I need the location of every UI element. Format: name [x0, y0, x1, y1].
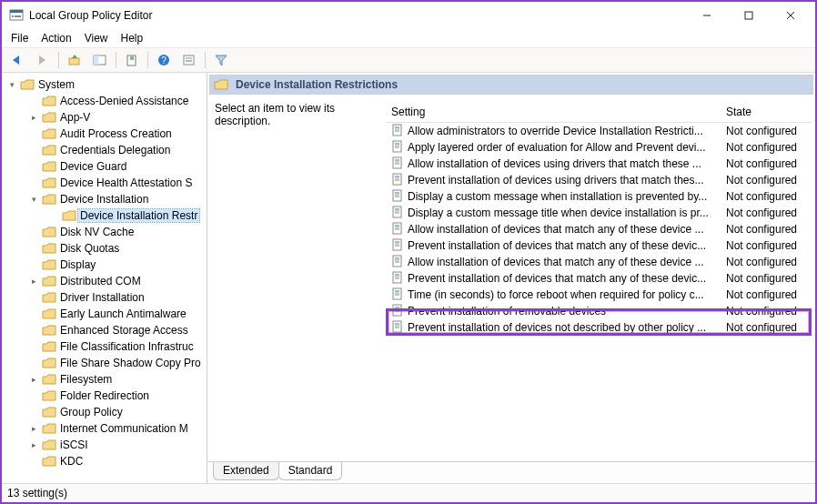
twisty-icon[interactable] [27, 176, 40, 189]
tree-item[interactable]: Audit Process Creation [5, 126, 207, 142]
tree-item[interactable]: File Share Shadow Copy Pro [5, 355, 207, 371]
settings-list: Setting State Allow administrators to ov… [386, 102, 812, 458]
twisty-icon[interactable] [27, 127, 40, 140]
twisty-icon[interactable] [27, 389, 40, 402]
svg-rect-17 [393, 125, 401, 136]
svg-rect-10 [94, 55, 98, 65]
twisty-icon[interactable]: ▸ [27, 111, 40, 124]
details-pane: Device Installation Restrictions Select … [207, 73, 815, 483]
tree-item[interactable]: ▸iSCSI [5, 437, 207, 453]
twisty-icon[interactable]: ▸ [27, 422, 40, 435]
twisty-icon[interactable] [27, 95, 40, 107]
tab-extended[interactable]: Extended [213, 462, 279, 480]
folder-icon [42, 422, 56, 435]
folder-icon [42, 176, 56, 189]
forward-button[interactable] [33, 50, 53, 70]
twisty-icon[interactable] [27, 307, 40, 320]
tree-item[interactable]: Early Launch Antimalware [5, 306, 207, 322]
twisty-icon[interactable] [27, 242, 40, 255]
twisty-icon[interactable]: ▸ [27, 275, 40, 287]
properties-icon[interactable] [179, 50, 199, 70]
tree-item-label: File Share Shadow Copy Pro [58, 357, 201, 369]
tree-item[interactable]: Group Policy [5, 404, 207, 420]
tree-item[interactable]: Device Health Attestation S [5, 175, 207, 191]
tree-root[interactable]: ▾ System [5, 76, 207, 93]
maximize-button[interactable] [728, 3, 770, 28]
twisty-icon[interactable]: ▾ [5, 78, 18, 91]
tree-item[interactable]: Folder Redirection [5, 388, 207, 404]
tree-item[interactable]: ▸Internet Communication M [5, 420, 207, 437]
tree-item[interactable]: Enhanced Storage Access [5, 322, 207, 338]
show-hide-console-tree-icon[interactable] [90, 50, 110, 70]
setting-name: Prevent installation of devices not desc… [408, 321, 715, 334]
filter-icon[interactable] [211, 50, 231, 70]
tree-item-label: Enhanced Storage Access [58, 324, 188, 337]
twisty-icon[interactable]: ▸ [27, 373, 40, 386]
menu-file[interactable]: File [11, 32, 28, 45]
folder-icon [42, 389, 56, 402]
column-state[interactable]: State [721, 102, 812, 122]
twisty-icon[interactable] [27, 406, 40, 418]
menu-action[interactable]: Action [41, 32, 71, 45]
tree-item-label: Distributed COM [58, 275, 141, 287]
twisty-icon[interactable] [27, 291, 40, 304]
tree-item[interactable]: Driver Installation [5, 289, 207, 306]
menu-help[interactable]: Help [121, 32, 144, 45]
twisty-icon[interactable] [27, 340, 40, 353]
help-icon[interactable]: ? [154, 50, 174, 70]
twisty-icon[interactable]: ▾ [27, 193, 40, 206]
folder-icon [42, 373, 56, 386]
export-list-icon[interactable] [122, 50, 142, 70]
tree-item-label: Device Installation Restr [78, 209, 199, 222]
twisty-icon[interactable] [47, 209, 60, 222]
folder-icon [42, 160, 56, 173]
folder-icon [42, 193, 56, 206]
app-icon [9, 8, 24, 23]
up-one-level-icon[interactable] [65, 50, 85, 70]
folder-icon [42, 144, 56, 156]
svg-rect-5 [745, 12, 752, 19]
twisty-icon[interactable] [27, 455, 40, 468]
twisty-icon[interactable] [27, 357, 40, 369]
tree-item[interactable]: Credentials Delegation [5, 142, 207, 158]
tree-item[interactable]: ▸App-V [5, 109, 207, 126]
svg-rect-53 [393, 272, 401, 283]
svg-rect-37 [393, 207, 401, 217]
folder-icon [42, 111, 56, 124]
tree-item[interactable]: File Classification Infrastruc [5, 338, 207, 355]
close-button[interactable] [770, 3, 812, 28]
setting-row[interactable]: Prevent installation of devices not desc… [386, 319, 812, 336]
tree-item[interactable]: Disk NV Cache [5, 224, 207, 240]
tree-item-label: Access-Denied Assistance [58, 95, 188, 107]
back-button[interactable] [7, 50, 27, 70]
tree-item[interactable]: Display [5, 257, 207, 273]
tree-item-label: Disk Quotas [58, 242, 119, 255]
tree-item-label: Group Policy [58, 406, 123, 418]
tree-item[interactable]: Disk Quotas [5, 240, 207, 257]
tree-item[interactable]: Access-Denied Assistance [5, 93, 207, 109]
twisty-icon[interactable] [27, 160, 40, 173]
tree-item[interactable]: KDC [5, 453, 207, 469]
tree-item[interactable]: Device Guard [5, 158, 207, 175]
tree-item-label: Display [58, 258, 96, 271]
twisty-icon[interactable] [27, 144, 40, 156]
twisty-icon[interactable] [27, 226, 40, 238]
tree-item[interactable]: ▾Device Installation [5, 191, 207, 207]
tree-scroll[interactable]: ▾ System Access-Denied Assistance▸App-VA… [2, 73, 207, 483]
twisty-icon[interactable]: ▸ [27, 438, 40, 451]
tree-item[interactable]: Device Installation Restr [5, 207, 207, 224]
menu-bar: File Action View Help [2, 29, 815, 47]
twisty-icon[interactable] [27, 258, 40, 271]
tree-item-label: Folder Redirection [58, 389, 149, 402]
tree-item[interactable]: ▸Distributed COM [5, 273, 207, 289]
menu-view[interactable]: View [85, 32, 108, 45]
tab-standard[interactable]: Standard [278, 462, 343, 480]
column-setting[interactable]: Setting [386, 102, 721, 122]
twisty-icon[interactable] [27, 324, 40, 337]
status-text: 13 setting(s) [7, 487, 67, 499]
svg-rect-21 [393, 141, 401, 152]
tree-item-label: Device Installation [58, 193, 148, 206]
minimize-button[interactable] [686, 3, 728, 28]
tree-item[interactable]: ▸Filesystem [5, 371, 207, 388]
svg-rect-65 [393, 321, 401, 332]
